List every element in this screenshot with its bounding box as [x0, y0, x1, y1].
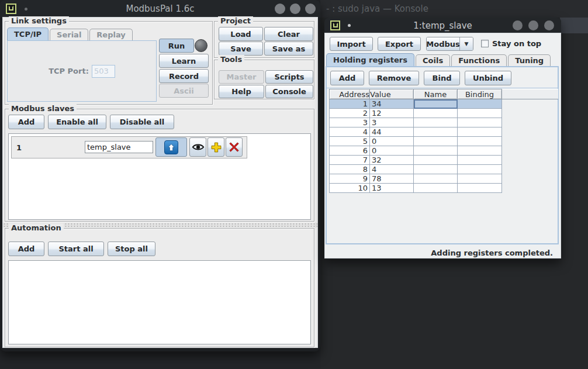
cell-value-row6[interactable]: 0: [370, 146, 414, 156]
table-row: 444: [330, 127, 502, 137]
slave-minimize-button[interactable]: [513, 20, 523, 30]
tab-coils[interactable]: Coils: [416, 54, 450, 66]
automation-add-button[interactable]: Add: [8, 242, 44, 256]
cell-name-row8[interactable]: [414, 165, 458, 174]
start-all-button[interactable]: Start all: [48, 242, 104, 256]
cell-binding-row6[interactable]: [458, 146, 502, 156]
cell-address-row7[interactable]: 7: [330, 156, 370, 165]
slave-titlebar[interactable]: 1:temp_slave: [324, 18, 561, 33]
cell-name-row2[interactable]: [414, 109, 458, 118]
save-as-button[interactable]: Save as: [264, 42, 313, 56]
cell-value-row7[interactable]: 32: [370, 156, 414, 165]
run-button[interactable]: Run: [159, 39, 194, 53]
chevron-down-icon[interactable]: ▼: [459, 37, 473, 50]
stay-on-top-label: Stay on top: [492, 39, 541, 48]
cell-value-row2[interactable]: 12: [370, 109, 414, 118]
slave-maximize-button[interactable]: [528, 20, 538, 30]
column-header-value[interactable]: Value: [370, 89, 414, 99]
cell-address-row6[interactable]: 6: [330, 146, 370, 156]
console-button[interactable]: Console: [265, 85, 313, 98]
cell-binding-row1[interactable]: [458, 99, 502, 109]
cell-address-row1[interactable]: 1: [330, 99, 370, 109]
tab-serial[interactable]: Serial: [50, 29, 88, 40]
project-title: Project: [218, 16, 253, 25]
maximize-button[interactable]: [290, 4, 300, 14]
tcp-port-field[interactable]: [92, 65, 115, 78]
slave-view-button[interactable]: [189, 137, 206, 157]
cell-name-row7[interactable]: [414, 156, 458, 165]
learn-button[interactable]: Learn: [159, 54, 209, 68]
register-add-button[interactable]: Add: [330, 71, 364, 85]
cell-value-row9[interactable]: 78: [370, 174, 414, 184]
scripts-button[interactable]: Scripts: [265, 70, 313, 84]
link-settings-title: Link settings: [9, 16, 69, 25]
cell-address-row10[interactable]: 10: [330, 184, 370, 193]
clear-button[interactable]: Clear: [264, 27, 313, 41]
column-header-name[interactable]: Name: [414, 89, 458, 99]
import-button[interactable]: Import: [330, 37, 373, 51]
help-button[interactable]: Help: [219, 85, 264, 98]
cell-binding-row2[interactable]: [458, 109, 502, 118]
cell-binding-row10[interactable]: [458, 184, 502, 193]
cell-name-row6[interactable]: [414, 146, 458, 156]
load-button[interactable]: Load: [219, 27, 263, 41]
protocol-combo[interactable]: Modbus ▼: [426, 37, 473, 51]
cell-value-row4[interactable]: 44: [370, 127, 414, 137]
enable-all-button[interactable]: Enable all: [48, 115, 106, 129]
cell-address-row9[interactable]: 9: [330, 174, 370, 184]
tab-replay[interactable]: Replay: [89, 29, 132, 40]
cell-name-row3[interactable]: [414, 118, 458, 127]
cell-binding-row5[interactable]: [458, 137, 502, 146]
slave-add-register-button[interactable]: [207, 137, 224, 157]
cell-binding-row9[interactable]: [458, 174, 502, 184]
register-unbind-button[interactable]: Unbind: [465, 71, 511, 85]
cell-address-row4[interactable]: 4: [330, 127, 370, 137]
cell-value-row1[interactable]: 34: [370, 99, 414, 109]
cell-value-row3[interactable]: 3: [370, 118, 414, 127]
cell-binding-row8[interactable]: [458, 165, 502, 174]
cell-binding-row4[interactable]: [458, 127, 502, 137]
stop-all-button[interactable]: Stop all: [108, 242, 155, 256]
eye-icon: [192, 143, 205, 151]
tab-functions[interactable]: Functions: [451, 54, 507, 66]
disable-all-button[interactable]: Disable all: [110, 115, 174, 129]
slave-delete-button[interactable]: [226, 137, 243, 157]
slave-add-button[interactable]: Add: [8, 115, 44, 129]
slave-close-button[interactable]: [544, 20, 554, 30]
cell-value-row8[interactable]: 4: [370, 165, 414, 174]
cell-binding-row3[interactable]: [458, 118, 502, 127]
cell-value-row10[interactable]: 13: [370, 184, 414, 193]
cell-address-row3[interactable]: 3: [330, 118, 370, 127]
stay-on-top-checkbox[interactable]: [481, 40, 489, 47]
modbuspal-titlebar[interactable]: ModbusPal 1.6c: [0, 0, 320, 18]
tab-tuning[interactable]: Tuning: [508, 54, 551, 66]
minimize-button[interactable]: [275, 4, 285, 14]
cell-address-row5[interactable]: 5: [330, 137, 370, 146]
save-button[interactable]: Save: [219, 42, 263, 56]
register-bind-button[interactable]: Bind: [424, 71, 460, 85]
konsole-titlebar[interactable]: - : sudo java — Konsole: [320, 0, 588, 18]
cell-name-row1[interactable]: [414, 99, 458, 109]
slave-name-field[interactable]: [85, 141, 153, 153]
tab-tcpip[interactable]: TCP/IP: [7, 27, 49, 40]
link-tabs: TCP/IP Serial Replay: [7, 27, 134, 40]
cell-name-row4[interactable]: [414, 127, 458, 137]
cell-name-row10[interactable]: [414, 184, 458, 193]
column-header-binding[interactable]: Binding: [458, 89, 502, 99]
register-remove-button[interactable]: Remove: [369, 71, 419, 85]
cell-name-row5[interactable]: [414, 137, 458, 146]
close-button[interactable]: [305, 4, 316, 14]
automation-title: Automation: [9, 223, 64, 232]
slave-enable-toggle[interactable]: [155, 137, 187, 157]
cell-value-row5[interactable]: 0: [370, 137, 414, 146]
konsole-title: - : sudo java — Konsole: [320, 4, 428, 14]
record-button[interactable]: Record: [159, 69, 209, 83]
export-button[interactable]: Export: [378, 37, 421, 51]
cell-name-row9[interactable]: [414, 174, 458, 184]
cell-address-row8[interactable]: 8: [330, 165, 370, 174]
column-header-address[interactable]: Address: [330, 89, 370, 99]
cell-binding-row7[interactable]: [458, 156, 502, 165]
cell-address-row2[interactable]: 2: [330, 109, 370, 118]
slave-window: 1:temp_slave Import Export Modbus ▼ Stay…: [324, 18, 561, 259]
tab-holding-registers[interactable]: Holding registers: [326, 53, 414, 66]
